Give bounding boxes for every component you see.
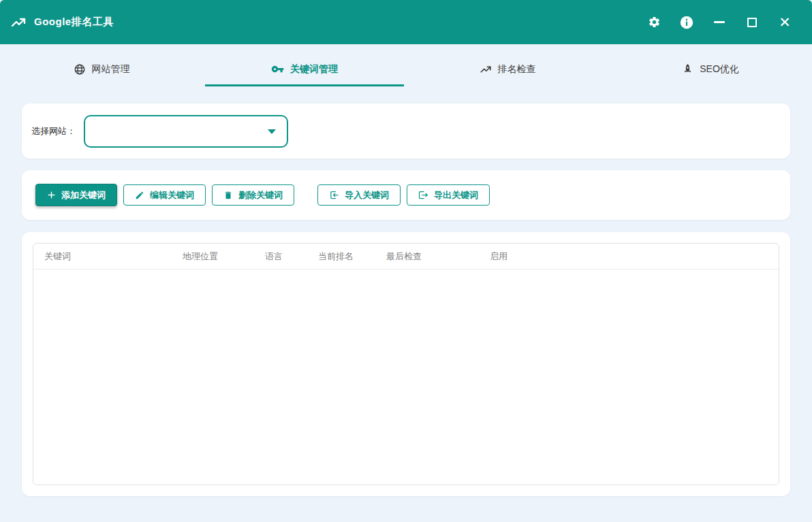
tab-keyword-management[interactable]: 关键词管理 [205,54,404,86]
titlebar: Google排名工具 ✕ [0,0,812,44]
tab-website-management[interactable]: 网站管理 [2,54,201,86]
add-keyword-button[interactable]: 添加关键词 [35,184,117,206]
maximize-icon [747,18,757,27]
tab-bar: 网站管理 关键词管理 排名检查 SEO优化 [0,44,812,95]
pencil-icon [135,191,144,200]
app-title: Google排名工具 [34,16,114,29]
info-icon [679,15,694,30]
column-header-keyword: 关键词 [33,250,172,263]
gear-icon [648,16,661,29]
keyword-table: 关键词 地理位置 语言 当前排名 最后检查 启用 [33,243,779,485]
edit-keyword-label: 编辑关键词 [150,189,194,201]
tab-label: SEO优化 [700,63,739,76]
import-keyword-label: 导入关键词 [345,189,389,201]
column-header-last-check: 最后检查 [375,250,479,263]
maximize-button[interactable] [736,9,768,36]
settings-button[interactable] [638,9,670,36]
minimize-button[interactable] [703,9,736,36]
import-icon [329,190,339,200]
import-keyword-button[interactable]: 导入关键词 [317,184,401,206]
trending-up-icon [480,63,492,76]
tab-label: 排名检查 [498,63,536,76]
tab-seo-optimization[interactable]: SEO优化 [611,54,810,86]
delete-keyword-label: 删除关键词 [238,189,283,201]
info-button[interactable] [670,9,703,36]
close-button[interactable]: ✕ [768,9,801,36]
column-header-location: 地理位置 [172,250,254,263]
key-icon [271,63,284,76]
rocket-icon [682,63,693,75]
globe-icon [74,63,86,76]
export-icon [418,190,428,200]
keyword-toolbar-card: 添加关键词 编辑关键词 删除关键词 导入关键词 [22,170,790,220]
column-header-current-rank: 当前排名 [307,250,375,263]
close-icon: ✕ [779,15,791,29]
trending-up-icon [10,14,27,31]
site-selector-card: 选择网站： [22,103,790,159]
tab-label: 关键词管理 [290,63,338,76]
export-keyword-button[interactable]: 导出关键词 [407,184,490,206]
keyword-table-card: 关键词 地理位置 语言 当前排名 最后检查 启用 [22,232,790,496]
column-header-enabled: 启用 [479,250,779,263]
add-keyword-label: 添加关键词 [61,189,106,201]
export-keyword-label: 导出关键词 [434,189,478,201]
edit-keyword-button[interactable]: 编辑关键词 [123,184,206,206]
site-selector-label: 选择网站： [31,125,76,137]
chevron-down-icon [268,129,276,134]
tab-label: 网站管理 [92,63,130,76]
column-header-language: 语言 [254,250,307,263]
trash-icon [223,191,233,200]
tab-rank-check[interactable]: 排名检查 [408,54,607,86]
delete-keyword-button[interactable]: 删除关键词 [212,184,294,206]
minimize-icon [714,21,725,23]
table-header-row: 关键词 地理位置 语言 当前排名 最后检查 启用 [33,244,779,270]
table-body-empty[interactable] [33,270,779,485]
site-select-dropdown[interactable] [84,115,288,148]
plus-icon [47,191,56,199]
